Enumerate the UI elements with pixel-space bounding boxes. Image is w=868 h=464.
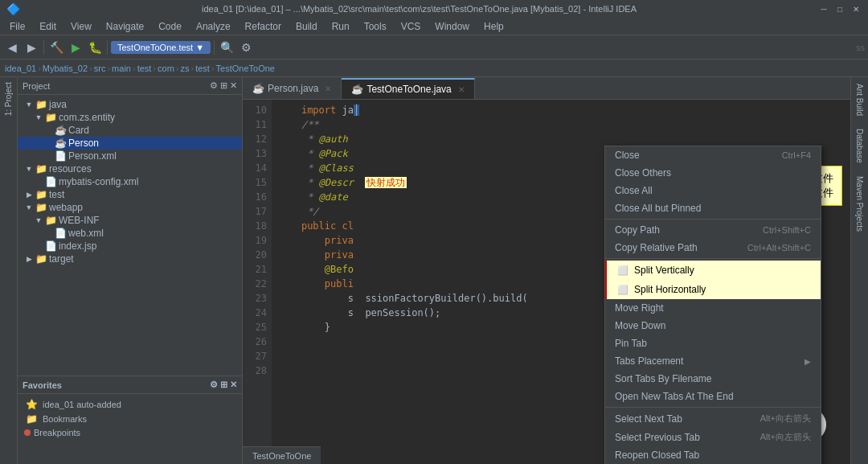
tree-item-person-xml[interactable]: 📄 Person.xml — [18, 150, 242, 162]
minimize-button[interactable]: ─ — [818, 3, 829, 14]
ctx-copy-relative-path[interactable]: Copy Relative Path Ctrl+Alt+Shift+C — [605, 239, 821, 257]
folder-icon: 📁 — [45, 215, 57, 226]
menu-item-file[interactable]: File — [3, 19, 31, 34]
ctx-close-all[interactable]: Close All — [605, 182, 821, 199]
toolbar-search-btn[interactable]: 🔍 — [218, 39, 235, 56]
tree-item-card[interactable]: ☕ Card — [18, 124, 242, 137]
breadcrumb-item-3[interactable]: main — [112, 64, 131, 73]
tree-item-person[interactable]: ☕ Person — [18, 137, 242, 150]
xml-icon: 📄 — [55, 228, 67, 239]
menu-item-refactor[interactable]: Refactor — [239, 19, 288, 34]
menu-item-code[interactable]: Code — [152, 19, 188, 34]
fav-item-bookmarks[interactable]: 📁 Bookmarks — [24, 412, 235, 426]
ctx-pin-tab[interactable]: Pin Tab — [605, 335, 821, 352]
java-file-icon: ☕ — [252, 83, 264, 94]
ctx-move-right[interactable]: Move Right — [605, 299, 821, 317]
run-config-selector[interactable]: TestOneToOne.test ▼ — [111, 41, 211, 54]
ant-build-label[interactable]: Ant Build — [854, 77, 866, 122]
menu-item-view[interactable]: View — [64, 19, 98, 34]
breadcrumb-item-1[interactable]: Mybatis_02 — [43, 64, 88, 73]
toolbar-back-btn[interactable]: ◀ — [3, 39, 21, 56]
ctx-sep-3 — [605, 407, 821, 408]
favorites-close-icon[interactable]: ✕ — [230, 380, 237, 390]
sidebar-gear-icon[interactable]: ⚙ — [210, 80, 218, 91]
breadcrumb-sep-2: › — [105, 64, 112, 73]
breadcrumb-item-2[interactable]: src — [94, 64, 106, 73]
project-panel-label[interactable]: 1: Project — [2, 77, 14, 121]
breakpoint-dot-icon — [24, 429, 31, 436]
editor-area: ☕ Person.java ✕ ☕ TestOneToOne.java ✕ 10… — [243, 77, 850, 464]
breadcrumb-item-5[interactable]: com — [158, 64, 174, 73]
tree-item-test[interactable]: ▶ 📁 test — [18, 188, 242, 201]
tree-item-java[interactable]: ▼ 📁 java — [18, 98, 242, 111]
tree-arrow: ▼ — [24, 165, 34, 173]
ctx-select-next-tab[interactable]: Select Next Tab Alt+向右箭头 — [605, 409, 821, 428]
menu-item-build[interactable]: Build — [289, 19, 324, 34]
ctx-split-horizontally[interactable]: ⬜ Split Horizontally — [605, 280, 821, 299]
close-button[interactable]: ✕ — [850, 3, 862, 14]
favorites-header: Favorites ⚙ ⊞ ✕ — [18, 376, 242, 394]
tab-person-java[interactable]: ☕ Person.java ✕ — [243, 78, 342, 99]
tree-item-index-jsp[interactable]: 📄 index.jsp — [18, 240, 242, 253]
menu-item-tools[interactable]: Tools — [358, 19, 393, 34]
favorites-expand-icon[interactable]: ⊞ — [220, 380, 227, 390]
ctx-split-vertically[interactable]: ⬜ Split Vertically — [605, 261, 821, 280]
sidebar-expand-icon[interactable]: ⊞ — [220, 80, 227, 91]
toolbar-forward-btn[interactable]: ▶ — [23, 39, 40, 56]
ctx-copy-path[interactable]: Copy Path Ctrl+Shift+C — [605, 221, 821, 239]
tree-item-mybatis-config[interactable]: 📄 mybatis-config.xml — [18, 175, 242, 188]
ctx-close-all-pinned[interactable]: Close All but Pinned — [605, 199, 821, 217]
maven-projects-label[interactable]: Maven Projects — [854, 170, 866, 238]
database-label[interactable]: Database — [854, 122, 866, 170]
menu-item-vcs[interactable]: VCS — [395, 19, 428, 34]
tree-item-webinf[interactable]: ▼ 📁 WEB-INF — [18, 214, 242, 227]
fav-item-idea01[interactable]: ⭐ idea_01 auto-added — [24, 397, 235, 412]
ctx-close-others[interactable]: Close Others — [605, 164, 821, 182]
app-icon: 🔷 — [6, 2, 20, 15]
favorites-gear-icon[interactable]: ⚙ — [210, 380, 218, 390]
menu-item-edit[interactable]: Edit — [33, 19, 63, 34]
tab-close-test[interactable]: ✕ — [458, 85, 465, 94]
menu-item-help[interactable]: Help — [477, 19, 510, 34]
toolbar-debug-btn[interactable]: 🐛 — [86, 39, 104, 56]
toolbar-settings-btn[interactable]: ⚙ — [237, 39, 255, 56]
ctx-open-new-tabs-end[interactable]: Open New Tabs At The End — [605, 388, 821, 405]
toolbar-run-btn[interactable]: ▶ — [67, 39, 84, 56]
breadcrumb-item-7[interactable]: test — [195, 64, 210, 73]
toolbar-sep-2 — [107, 40, 108, 55]
tree-item-target[interactable]: ▶ 📁 target — [18, 253, 242, 265]
ctx-sort-tabs[interactable]: Sort Tabs By Filename — [605, 370, 821, 388]
tree-arrow: ▼ — [34, 216, 43, 224]
folder-icon: 📁 — [35, 253, 47, 265]
ctx-tabs-placement[interactable]: Tabs Placement ▶ — [605, 352, 821, 370]
sidebar-title: Project — [23, 81, 50, 91]
menu-item-run[interactable]: Run — [326, 19, 356, 34]
tree-item-webapp[interactable]: ▼ 📁 webapp — [18, 201, 242, 214]
xml-icon: 📄 — [45, 176, 57, 187]
breadcrumb-item-8[interactable]: TestOneToOne — [216, 64, 275, 73]
ctx-move-down[interactable]: Move Down — [605, 317, 821, 335]
tree-item-web-xml[interactable]: 📄 web.xml — [18, 227, 242, 240]
favorites-content: ⭐ idea_01 auto-added 📁 Bookmarks Breakpo… — [18, 394, 242, 442]
toolbar-build-btn[interactable]: 🔨 — [47, 39, 65, 56]
tab-close-person[interactable]: ✕ — [325, 84, 331, 93]
tree-item-entity[interactable]: ▼ 📁 com.zs.entity — [18, 111, 242, 124]
ctx-reopen-closed-tab[interactable]: Reopen Closed Tab — [605, 446, 821, 464]
ctx-select-prev-tab[interactable]: Select Previous Tab Alt+向左箭头 — [605, 428, 821, 446]
tab-test-one-to-one[interactable]: ☕ TestOneToOne.java ✕ — [342, 78, 474, 99]
tree-item-resources[interactable]: ▼ 📁 resources — [18, 162, 242, 175]
breadcrumb-item-6[interactable]: zs — [180, 64, 189, 73]
breadcrumb-item-4[interactable]: test — [137, 64, 152, 73]
fav-item-breakpoints[interactable]: Breakpoints — [24, 426, 235, 439]
menu-item-analyze[interactable]: Analyze — [190, 19, 237, 34]
menu-item-window[interactable]: Window — [428, 19, 476, 34]
ctx-close[interactable]: Close Ctrl+F4 — [605, 146, 821, 164]
toolbar-ss-label: ss — [856, 43, 865, 52]
sidebar-close-icon[interactable]: ✕ — [230, 80, 237, 91]
folder-icon: 📁 — [35, 189, 47, 200]
tree-arrow: ▶ — [24, 255, 34, 263]
breadcrumb-item-0[interactable]: idea_01 — [5, 64, 36, 73]
menu-item-navigate[interactable]: Navigate — [100, 19, 150, 34]
tree-arrow: ▼ — [24, 101, 34, 109]
maximize-button[interactable]: □ — [834, 3, 845, 14]
